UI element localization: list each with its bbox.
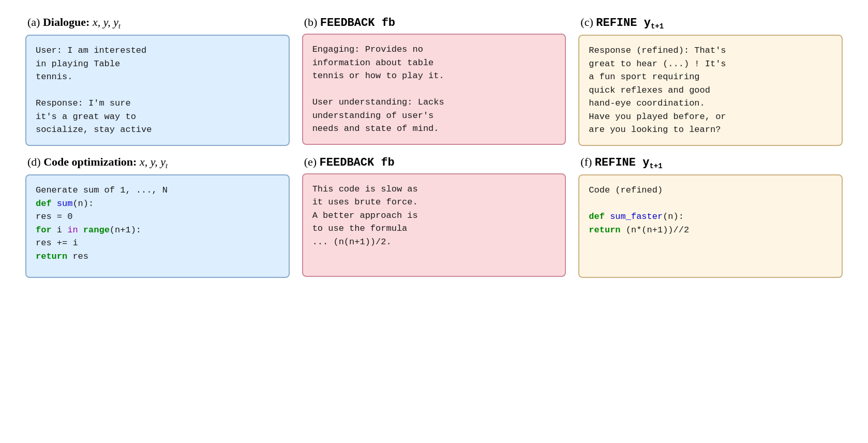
- main-grid: (a) Dialogue: x, y, ytUser: I am interes…: [25, 16, 843, 278]
- cell-f: (f) REFINE yt+1Code (refined) def sum_fa…: [578, 155, 843, 278]
- cell-title-e: (e) FEEDBACK fb: [302, 155, 395, 169]
- cell-d: (d) Code optimization: x, y, ytGenerate …: [25, 155, 290, 278]
- box-a: User: I am interested in playing Table t…: [25, 35, 290, 146]
- cell-title-b: (b) FEEDBACK fb: [302, 16, 395, 29]
- cell-b: (b) FEEDBACK fbEngaging: Provides no inf…: [302, 16, 566, 146]
- box-e: This code is slow as it uses brute force…: [302, 173, 566, 277]
- cell-c: (c) REFINE yt+1Response (refined): That'…: [578, 16, 843, 146]
- box-f: Code (refined) def sum_faster(n): return…: [578, 174, 843, 278]
- cell-a: (a) Dialogue: x, y, ytUser: I am interes…: [25, 16, 290, 146]
- cell-title-a: (a) Dialogue: x, y, yt: [25, 16, 121, 31]
- cell-e: (e) FEEDBACK fbThis code is slow as it u…: [302, 155, 566, 278]
- box-c: Response (refined): That's great to hear…: [578, 35, 843, 146]
- box-d: Generate sum of 1, ..., Ndef sum(n): res…: [25, 174, 290, 278]
- cell-title-c: (c) REFINE yt+1: [578, 16, 664, 31]
- cell-title-d: (d) Code optimization: x, y, yt: [25, 155, 168, 170]
- cell-title-f: (f) REFINE yt+1: [578, 155, 662, 170]
- box-b: Engaging: Provides no information about …: [302, 34, 566, 145]
